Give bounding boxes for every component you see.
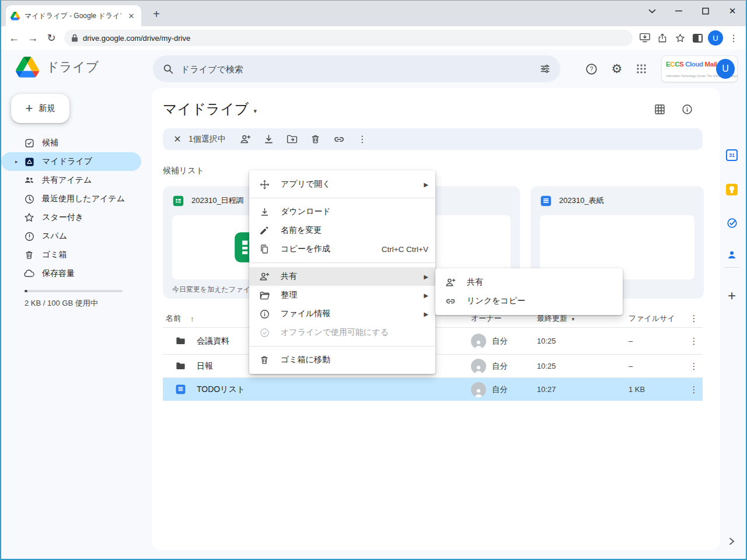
sidebar-item-spam[interactable]: スパム — [1, 227, 141, 246]
my-drive-icon — [23, 156, 35, 167]
minimize-button[interactable] — [665, 1, 692, 22]
side-apps-rail: 31 + — [718, 88, 746, 559]
lock-icon[interactable] — [71, 34, 78, 42]
checkbox-check-icon — [23, 137, 35, 149]
spam-icon — [23, 230, 35, 242]
tab-close-icon[interactable]: ✕ — [126, 10, 137, 21]
share-selected-icon[interactable] — [234, 131, 257, 148]
search-options-icon[interactable] — [539, 63, 551, 75]
offline-check-icon — [259, 327, 270, 338]
tab-strip: マイドライブ - Google ドライブ ✕ + ✕ — [1, 1, 746, 26]
address-bar[interactable]: drive.google.com/drive/my-drive — [64, 30, 633, 46]
add-panel-icon[interactable]: + — [725, 289, 739, 303]
submenu-item-copy-link[interactable]: リンクをコピー — [435, 292, 623, 310]
window-controls: ✕ — [638, 1, 746, 22]
clear-selection-icon[interactable]: ✕ — [169, 131, 186, 148]
menu-item-download[interactable]: ダウンロード — [249, 202, 435, 221]
menu-item-file-info[interactable]: ファイル情報 ▶ — [249, 304, 435, 323]
sidebar-item-recent[interactable]: 最近使用したアイテム — [1, 190, 141, 208]
trash-selected-icon[interactable] — [304, 131, 327, 148]
drive-favicon-icon — [11, 12, 20, 20]
help-icon[interactable]: ? — [583, 61, 599, 77]
menu-item-share[interactable]: 共有 ▶ — [249, 267, 435, 286]
copy-link-icon[interactable] — [327, 131, 351, 148]
browser-toolbar: ← → ↻ drive.google.com/drive/my-drive U … — [1, 26, 746, 50]
download-selected-icon[interactable] — [257, 131, 281, 148]
expand-caret-icon[interactable]: ▸ — [15, 159, 18, 164]
menu-divider — [249, 198, 435, 198]
drive-logo-icon — [16, 57, 39, 78]
side-panel-icon[interactable] — [689, 29, 706, 47]
more-actions-icon[interactable]: ⋮ — [351, 131, 374, 148]
column-size[interactable]: ファイルサイ — [629, 313, 685, 324]
svg-text:?: ? — [589, 66, 593, 72]
person-add-icon — [259, 271, 270, 282]
page-title-row[interactable]: マイドライブ ▾ — [163, 100, 257, 118]
details-info-icon[interactable] — [680, 102, 694, 116]
new-button-label: 新規 — [39, 103, 55, 114]
link-icon — [445, 295, 456, 307]
sidebar-item-trash[interactable]: ゴミ箱 — [1, 246, 141, 264]
sidebar-item-suggestions[interactable]: 候補 — [1, 134, 141, 152]
tasks-icon[interactable] — [725, 216, 739, 230]
share-submenu: 共有 リンクをコピー — [435, 268, 623, 315]
calendar-icon[interactable]: 31 — [725, 148, 739, 162]
folder-icon — [175, 360, 186, 372]
browser-avatar[interactable]: U — [708, 30, 723, 46]
collapse-panel-chevron-icon[interactable] — [725, 534, 739, 548]
share-page-icon[interactable] — [654, 29, 671, 47]
browser-tab[interactable]: マイドライブ - Google ドライブ ✕ — [6, 5, 141, 26]
account-avatar[interactable]: U — [716, 59, 735, 79]
contacts-icon[interactable] — [725, 248, 739, 262]
row-menu-icon[interactable]: ⋮ — [685, 361, 703, 372]
row-menu-icon[interactable]: ⋮ — [685, 336, 703, 346]
search-icon[interactable] — [162, 63, 174, 75]
sidebar-item-storage[interactable]: 保存容量 — [1, 264, 141, 283]
menu-item-make-copy[interactable]: コピーを作成 Ctrl+C Ctrl+V — [249, 240, 435, 258]
move-selected-icon[interactable] — [281, 131, 304, 148]
new-button[interactable]: + 新規 — [11, 94, 69, 123]
search-input[interactable] — [181, 64, 532, 74]
drive-logo-area[interactable]: ドライブ — [16, 57, 99, 78]
suggestions-label: 候補リスト — [163, 166, 204, 176]
page-title: マイドライブ — [163, 100, 249, 118]
account-badge[interactable]: ECCS Cloud Mail Information Technology C… — [661, 55, 738, 82]
column-settings-icon[interactable]: ⋮ — [685, 313, 703, 324]
sidebar-item-shared[interactable]: 共有アイテム — [1, 171, 141, 190]
drive-header: ドライブ ? ⚙ ECCS Cloud Mail — [1, 50, 746, 88]
title-dropdown-caret-icon[interactable]: ▾ — [253, 107, 257, 115]
reload-button[interactable]: ↻ — [42, 29, 61, 47]
menu-divider — [249, 346, 435, 346]
grid-view-toggle-icon[interactable] — [652, 102, 666, 116]
search-bar[interactable] — [153, 55, 560, 82]
maximize-button[interactable] — [692, 1, 719, 22]
menu-item-organize[interactable]: 整理 ▶ — [249, 286, 435, 304]
close-button[interactable]: ✕ — [719, 1, 746, 22]
forward-button[interactable]: → — [23, 29, 42, 47]
storage-progress-bar — [25, 290, 123, 292]
row-menu-icon[interactable]: ⋮ — [685, 384, 703, 395]
storage-usage-text: 2 KB / 100 GB 使用中 — [25, 298, 151, 309]
context-menu: アプリで開く ▶ ダウンロード 名前を変更 コピーを作成 Ctrl+C Ctrl… — [249, 170, 435, 374]
menu-item-open-with[interactable]: アプリで開く ▶ — [249, 175, 435, 194]
clock-icon — [23, 193, 35, 205]
tab-search-chevron-icon[interactable] — [638, 1, 665, 22]
shortcut-label: Ctrl+C Ctrl+V — [382, 245, 428, 254]
keep-icon[interactable] — [725, 183, 739, 197]
settings-gear-icon[interactable]: ⚙ — [609, 61, 625, 77]
submenu-item-share[interactable]: 共有 — [435, 273, 623, 292]
sidebar-item-my-drive[interactable]: ▸ マイドライブ — [1, 152, 141, 171]
bookmark-star-icon[interactable] — [671, 29, 689, 47]
browser-menu-icon[interactable]: ⋮ — [725, 29, 742, 47]
docs-file-icon — [540, 195, 552, 207]
back-button[interactable]: ← — [5, 29, 23, 47]
table-row-selected[interactable]: TODOリスト 自分 10:27 1 KB ⋮ — [163, 377, 703, 401]
person-add-icon — [445, 276, 456, 288]
sidebar-item-starred[interactable]: スター付き — [1, 208, 141, 227]
submenu-arrow-icon: ▶ — [424, 311, 428, 317]
apps-grid-icon[interactable] — [633, 61, 650, 77]
install-drive-icon[interactable] — [636, 29, 654, 47]
menu-item-move-to-trash[interactable]: ゴミ箱に移動 — [249, 351, 435, 369]
menu-item-rename[interactable]: 名前を変更 — [249, 221, 435, 240]
new-tab-button[interactable]: + — [148, 6, 165, 22]
